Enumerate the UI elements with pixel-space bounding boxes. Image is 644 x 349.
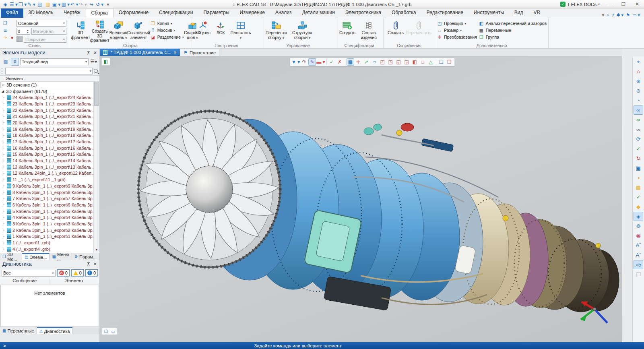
paste-icon[interactable]: ▤ — [36, 1, 43, 8]
tree-view-icon[interactable]: ≡ — [11, 58, 19, 66]
tree-node-cable[interactable]: ├ 5 Кабель 3pin_1 (..\_export\5 Кабель 3… — [0, 208, 99, 215]
autorotate-icon[interactable]: ↻ — [634, 154, 643, 163]
pin-icon[interactable]: ⊼ — [87, 50, 90, 56]
print-icon[interactable]: ▥ ▾ — [61, 1, 70, 8]
collapse-arrow-icon[interactable]: ◢ — [2, 89, 6, 93]
redo-icon[interactable]: ↷ ▾ — [79, 1, 87, 8]
tree-node-cable[interactable]: ├ 19 Кабель 3pin_1 (..\_export\19 Кабель… — [0, 126, 99, 132]
solid-view-icon[interactable]: ▩ — [634, 183, 643, 192]
clip-section-icon[interactable]: ◈ — [634, 212, 643, 221]
tree-node-cable[interactable]: ├ 3 Кабель 3pin_1 (..\_export\3 Кабель 3… — [0, 221, 99, 227]
flag-icon[interactable]: ⚑ — [626, 12, 630, 18]
camera-icon[interactable]: ◉ — [634, 231, 643, 240]
select-window-icon[interactable]: ⌖ — [634, 57, 643, 66]
panel-close-icon[interactable]: ✕ — [93, 50, 97, 56]
tree-node-cable[interactable]: ├ 18 Кабель 3pin_1 (..\_export\18 Кабель… — [0, 132, 99, 139]
search-icon[interactable] — [94, 69, 98, 73]
magnet-snap-icon[interactable]: ∩ — [634, 67, 643, 76]
cube-iso-icon[interactable]: □ — [419, 58, 427, 66]
zoom-window-icon[interactable]: ⊙ — [634, 86, 643, 95]
material-view-icon[interactable]: ◆ — [634, 202, 643, 211]
selection-filter-icon[interactable]: ▼ ▾ — [291, 58, 300, 66]
diagnostics-filter-combo[interactable]: Все▾ — [2, 270, 56, 277]
render-image-icon[interactable]: ▣ — [634, 163, 643, 173]
document-tab-engine[interactable]: * ТРДДФ-1-000 Двигатель С... ✕ — [100, 49, 180, 56]
fragment-3d-button[interactable]: 3D фрагмент — [71, 19, 90, 43]
style-combo[interactable]: Основной▾ — [17, 20, 66, 27]
command-search-icon[interactable]: ⌕ — [607, 12, 609, 18]
view-combo[interactable]: Текущий вид▾ — [20, 58, 89, 65]
layers-icon[interactable]: ≣ — [2, 27, 8, 33]
cube-right-icon[interactable]: ◲ — [403, 58, 411, 66]
window-layout-icon[interactable]: ❒ ▾ — [19, 1, 27, 8]
tab-close-icon[interactable]: ✕ — [173, 50, 177, 55]
workplane-grid-icon[interactable]: ▦ — [347, 58, 354, 66]
page-2d-icon[interactable]: ❏ — [438, 58, 445, 66]
show-hidden-icon[interactable]: ∞ — [634, 115, 643, 124]
brush-icon[interactable]: ✑ — [2, 35, 8, 40]
cube-top-icon[interactable]: ◳ — [387, 58, 394, 66]
tree-node-cable[interactable]: ├ 8 Кабель 3pin_1 (..\_export\8 Кабель 3… — [0, 189, 99, 196]
error-count-badge[interactable]: ✕ 0 — [57, 269, 70, 277]
zoom-scale-icon[interactable]: ⌕5 — [634, 260, 643, 269]
tree-node-cable[interactable]: ├ 1 Кабель 3pin_1 (..\_export\1 Кабель 3… — [0, 233, 99, 240]
assembly-structure-button[interactable]: Структура сборки ▾ — [289, 19, 315, 43]
copy-style-icon[interactable]: ❒ — [2, 20, 8, 26]
undo-all-icon[interactable]: ↺ ▾ — [96, 1, 103, 8]
bom-button[interactable]: Состав изделия — [358, 19, 380, 43]
cancel-icon[interactable]: ✗ — [336, 58, 344, 66]
group-button[interactable]: ❒ Группа — [479, 34, 547, 40]
new-view-icon[interactable]: ❐ — [634, 270, 643, 279]
tree-node-cable[interactable]: ├ 24 Кабель 3pin_1 (..\_export\24 Кабель… — [0, 94, 99, 101]
tree-node-cable[interactable]: ├ 14 Кабель 3pin_1 (..\_export\14 Кабель… — [0, 157, 99, 164]
ribbon-collapse-icon[interactable]: ▾ — [602, 12, 605, 18]
tree-node-cable[interactable]: ├ 4 Кабель 3pin_1 (..\_export\4 Кабель 3… — [0, 214, 99, 221]
expand-arrow-icon[interactable]: ▷ — [2, 83, 6, 87]
tree-node-cable[interactable]: ├ 22 Кабель 3pin_1 (..\_export\22 Кабель… — [0, 107, 99, 114]
layer-spinner[interactable]: 0▲▼ — [17, 28, 30, 35]
plane-by-face-icon[interactable]: △ — [427, 58, 435, 66]
projection-button[interactable]: ◳ Проекция▾ — [437, 21, 479, 26]
lcs-axes-icon[interactable]: ↗ — [363, 58, 370, 66]
variables-button[interactable]: ▦ Переменные — [479, 27, 547, 33]
tree-node-cable[interactable]: ├ 4 (..\_export\4 .grb) — [0, 246, 99, 252]
tree-node-cable[interactable]: ├ 11 _1 (..\_export\11 _1.grb) — [0, 176, 99, 183]
tree-node-cable[interactable]: ├ 13 Кабель 3pin_1 (..\_export\13 Кабель… — [0, 164, 99, 170]
external-model-button[interactable]: Внешняя модель ▾ — [109, 19, 127, 43]
info-count-badge[interactable]: i 0 — [85, 269, 98, 277]
reference-element-button[interactable]: Ссылочный элемент — [127, 19, 150, 43]
warning-count-badge[interactable]: 0 — [71, 269, 84, 277]
material-combo[interactable]: Материал▾ — [31, 28, 66, 35]
help-icon[interactable]: ? — [611, 13, 614, 18]
workplane-icon[interactable]: ▱ — [371, 58, 378, 66]
transform-button[interactable]: ✛ Преобразования — [437, 34, 479, 40]
move-assembly-button[interactable]: Перенести сборку ▾ — [263, 19, 289, 43]
create-fragment-button[interactable]: Создать 3D фрагмент — [90, 19, 109, 43]
node-3d-button[interactable]: 3D узел — [194, 19, 212, 43]
tree-node-cable[interactable]: ├ 21 Кабель 3pin_1 (..\_export\21 Кабель… — [0, 113, 99, 120]
save-icon[interactable]: ▣ ▾ — [52, 1, 61, 8]
window-mode-icon[interactable]: ▭ ▾ — [632, 12, 640, 18]
tree-scrollbar[interactable]: ▲ ▼ — [93, 82, 99, 253]
coating-combo[interactable]: Покрытие▾ — [24, 36, 66, 43]
tree-node-cable[interactable]: ├ 6 Кабель 3pin_1 (..\_export\6 Кабель 3… — [0, 202, 99, 208]
tree-node-cable[interactable]: ├ 12 Кабель 24pin_1 (..\_export\12 Кабел… — [0, 170, 99, 177]
zoom-all-icon[interactable]: ⊕ — [634, 76, 643, 86]
spec-create-button[interactable]: Создать — [337, 19, 358, 43]
viewport-3d[interactable]: ◧ ▼ ▾↷✎▬ ▾✓✗▦✛↗▱◰◳◱◲◧□△❏❐ ❏▭ — [100, 56, 622, 342]
mate-move-button[interactable]: Переместить — [406, 19, 431, 43]
tree-node-cable[interactable]: ├ 1 (..\_export\1 .grb) — [0, 240, 99, 246]
page-layout-icon[interactable]: ❏ — [103, 328, 109, 334]
cube-front-icon[interactable]: ◰ — [379, 58, 386, 66]
color-swatch[interactable] — [17, 36, 23, 42]
rotate-view-icon[interactable]: ↷ — [300, 58, 308, 66]
qat-overflow-icon[interactable]: ▾ — [104, 1, 111, 8]
scroll-thumb[interactable] — [94, 82, 99, 106]
node-3d-icon[interactable]: ✛ — [355, 58, 362, 66]
page-3d-icon[interactable]: ❐ — [446, 58, 453, 66]
macro-icon[interactable]: ↪ — [88, 1, 95, 8]
tree-node-cable[interactable]: ├ 20 Кабель 3pin_1 (..\_export\20 Кабель… — [0, 120, 99, 126]
tree-node-cable[interactable]: ├ 15 Кабель 3pin_1 (..\_export\15 Кабель… — [0, 151, 99, 158]
tree-node-fragment[interactable]: ◢ 3D фрагмент (6170) — [0, 88, 99, 95]
open-folder-icon[interactable]: ▨ — [44, 1, 52, 8]
